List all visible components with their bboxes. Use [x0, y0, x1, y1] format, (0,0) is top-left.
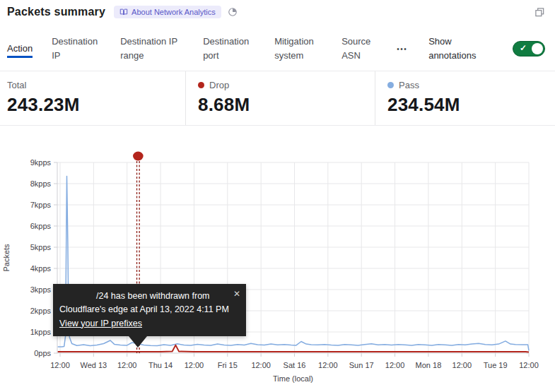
- stat-pass-label: Pass: [399, 80, 419, 90]
- page-title: Packets summary: [7, 6, 105, 18]
- svg-text:Tue 19: Tue 19: [484, 361, 508, 369]
- annotation-tooltip: ✕ /24 has been withdrawn from Cloudflare…: [53, 284, 246, 336]
- svg-text:0pps: 0pps: [34, 349, 51, 357]
- drop-legend-dot: [198, 82, 204, 88]
- svg-text:Wed 13: Wed 13: [80, 361, 107, 369]
- tab-destination-port[interactable]: Destination port: [203, 35, 255, 63]
- svg-text:Sun 17: Sun 17: [349, 361, 374, 369]
- stat-drop-label: Drop: [209, 80, 229, 90]
- annotation-dot: [133, 152, 144, 161]
- svg-text:Mon 18: Mon 18: [416, 361, 442, 369]
- more-tabs-icon[interactable]: •••: [396, 45, 408, 53]
- svg-text:12:00: 12:00: [385, 361, 405, 369]
- svg-text:12:00: 12:00: [318, 361, 338, 369]
- view-ip-prefixes-link[interactable]: View your IP prefixes: [59, 319, 142, 328]
- tab-destination-ip[interactable]: Destination IP: [52, 35, 101, 63]
- annotations-toggle-wrap: ✓: [513, 41, 545, 57]
- tooltip-close-icon[interactable]: ✕: [233, 287, 240, 301]
- svg-text:9kpps: 9kpps: [30, 158, 52, 167]
- stats-row: Total 243.23M Drop 8.68M Pass 234.54M: [0, 71, 555, 126]
- tab-mitigation-system[interactable]: Mitigation system: [274, 35, 322, 63]
- packets-time-series-chart: 0pps1kpps2kpps3kpps4kpps5kpps6kpps7kpps8…: [0, 138, 555, 392]
- book-icon: [119, 8, 128, 16]
- card-header: Packets summary About Network Analytics: [7, 6, 548, 18]
- stat-total[interactable]: Total 243.23M: [0, 71, 185, 125]
- toggle-knob: [532, 43, 543, 54]
- stat-total-value: 243.23M: [7, 94, 185, 116]
- svg-text:12:00: 12:00: [117, 361, 137, 369]
- tooltip-line-2: Cloudflare's edge at April 13, 2022 4:11…: [59, 303, 238, 316]
- svg-text:5kpps: 5kpps: [30, 243, 52, 251]
- svg-text:2kpps: 2kpps: [30, 307, 52, 315]
- stat-drop[interactable]: Drop 8.68M: [185, 71, 375, 125]
- stat-total-label: Total: [7, 80, 26, 90]
- svg-text:7kpps: 7kpps: [30, 201, 52, 209]
- svg-text:4kpps: 4kpps: [30, 264, 52, 273]
- badge-label: About Network Analytics: [132, 8, 216, 16]
- svg-text:Thu 14: Thu 14: [148, 361, 173, 369]
- svg-text:12:00: 12:00: [50, 361, 70, 369]
- svg-text:Fri 15: Fri 15: [218, 361, 238, 369]
- stat-pass[interactable]: Pass 234.54M: [375, 71, 555, 125]
- show-annotations-toggle[interactable]: ✓: [513, 41, 545, 57]
- time-history-icon[interactable]: [228, 7, 238, 17]
- stat-drop-value: 8.68M: [198, 94, 375, 116]
- chart-axis-labels: 0pps1kpps2kpps3kpps4kpps5kpps6kpps7kpps8…: [2, 158, 539, 383]
- y-axis-title: Packets: [2, 244, 11, 272]
- svg-text:12:00: 12:00: [452, 361, 472, 369]
- show-annotations-label: Show annotations: [428, 35, 485, 63]
- svg-text:12:00: 12:00: [185, 361, 204, 369]
- tooltip-line-1: /24 has been withdrawn from: [59, 290, 238, 303]
- about-network-analytics-badge[interactable]: About Network Analytics: [114, 6, 221, 18]
- svg-text:12:00: 12:00: [251, 361, 271, 369]
- svg-text:6kpps: 6kpps: [30, 222, 52, 230]
- chart-svg: 0pps1kpps2kpps3kpps4kpps5kpps6kpps7kpps8…: [0, 138, 555, 392]
- svg-text:Sat 16: Sat 16: [284, 361, 306, 369]
- svg-text:1kpps: 1kpps: [30, 328, 52, 336]
- tab-action[interactable]: Action: [7, 42, 33, 56]
- dimension-tabs: Action Destination IP Destination IP ran…: [7, 31, 545, 66]
- svg-text:8kpps: 8kpps: [30, 179, 52, 188]
- tab-destination-ip-range[interactable]: Destination IP range: [120, 35, 184, 63]
- x-axis-title: Time (local): [273, 374, 313, 383]
- pass-legend-dot: [387, 82, 394, 88]
- toggle-check-icon: ✓: [520, 43, 527, 53]
- svg-text:12:00: 12:00: [519, 361, 539, 369]
- stat-pass-value: 234.54M: [387, 94, 555, 116]
- tab-source-asn[interactable]: Source ASN: [341, 35, 377, 63]
- tooltip-caret: [129, 336, 147, 348]
- svg-text:3kpps: 3kpps: [30, 285, 52, 294]
- restore-window-icon[interactable]: [534, 7, 545, 18]
